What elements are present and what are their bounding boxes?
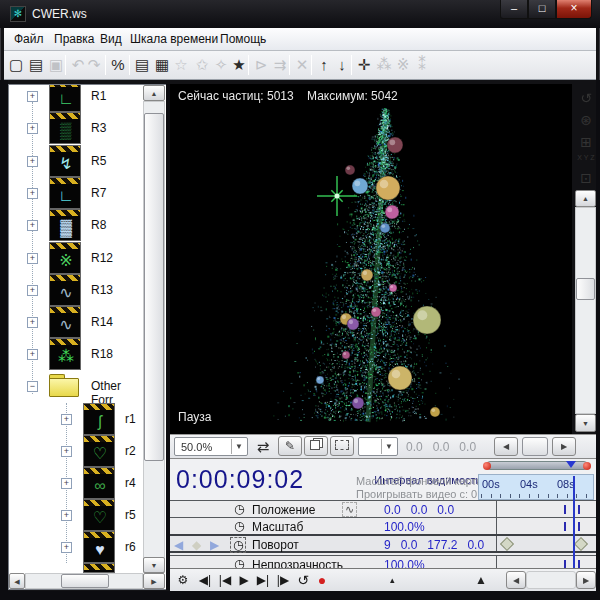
first-frame-button[interactable]: |◀: [216, 572, 234, 589]
grid-icon[interactable]: ⊞: [575, 132, 597, 152]
viewport-scroll-left-button[interactable]: ◀: [494, 437, 518, 456]
expand-toggle[interactable]: +: [61, 446, 72, 457]
cycle-arrows-button[interactable]: ⇄: [252, 436, 274, 458]
expand-toggle[interactable]: +: [61, 478, 72, 489]
timeline-zoom-out-icon[interactable]: ▴: [390, 575, 395, 585]
range-start-handle[interactable]: [483, 462, 491, 470]
save-button[interactable]: ▣: [45, 54, 67, 76]
tree-scroll-right-button[interactable]: ▶: [143, 573, 165, 589]
star-filled-button[interactable]: ★: [228, 54, 250, 76]
hotkeys-button[interactable]: %: [107, 54, 129, 76]
stopwatch-icon[interactable]: ◷: [234, 519, 244, 533]
viewport-scroll-down-button[interactable]: ▼: [575, 414, 596, 432]
particle-thumbnail[interactable]: ∟: [49, 177, 81, 209]
gear-wheel-icon[interactable]: ⊛: [575, 110, 597, 130]
next-frame-button[interactable]: |▶: [274, 572, 292, 589]
collapse-toggle[interactable]: −: [27, 381, 38, 392]
keyframe-camera-icon[interactable]: ⊡: [575, 168, 597, 188]
move-mode-button[interactable]: ✛: [353, 54, 375, 76]
keyframe-diamond-icon[interactable]: ◆: [192, 538, 201, 552]
timeline-scroll-right-button[interactable]: ▶: [576, 571, 596, 589]
viewport-hscrollbar-thumb[interactable]: [522, 437, 548, 456]
export-flags-button[interactable]: ⇉: [269, 54, 291, 76]
keyframe-diamond[interactable]: [500, 537, 514, 551]
particle-thumbnail[interactable]: ※: [49, 242, 81, 274]
chevron-down-icon[interactable]: ▼: [381, 439, 396, 454]
expand-toggle[interactable]: +: [27, 285, 38, 296]
minimize-button[interactable]: –: [500, 0, 528, 19]
particle-thumbnail[interactable]: ♥: [83, 531, 115, 563]
folder-button[interactable]: ▤: [131, 54, 153, 76]
tree-scroll-up-button[interactable]: ▲: [143, 85, 165, 101]
playhead-marker-icon[interactable]: [566, 461, 576, 468]
expand-toggle[interactable]: +: [61, 542, 72, 553]
move-down-button[interactable]: ↓: [331, 54, 353, 76]
keyframe-diamond[interactable]: [574, 537, 588, 551]
expand-toggle[interactable]: +: [27, 317, 38, 328]
particle-thumbnail[interactable]: ʃ: [83, 403, 115, 435]
keyframe-mark[interactable]: [564, 522, 566, 531]
orbit-camera-icon[interactable]: ↺: [575, 88, 597, 108]
timeline-row-position[interactable]: ◷ Положение ∿ 0.0 0.0 0.0: [170, 500, 596, 517]
particle-thumbnail[interactable]: ▓: [49, 209, 81, 241]
curve-icon[interactable]: ∿: [342, 502, 357, 517]
prev-keyframe-arrow[interactable]: ◀: [174, 538, 183, 552]
expand-toggle[interactable]: +: [27, 253, 38, 264]
time-ruler[interactable]: 00s 04s 08s: [478, 474, 594, 500]
menu-timeline[interactable]: Шкала времени: [130, 32, 218, 46]
close-button[interactable]: ×: [556, 0, 592, 19]
prev-frame-button[interactable]: ◀|: [196, 572, 214, 589]
expand-toggle[interactable]: +: [61, 414, 72, 425]
preset-select[interactable]: ▼: [358, 437, 398, 456]
expand-toggle[interactable]: +: [27, 188, 38, 199]
play-button[interactable]: ▶: [236, 572, 252, 589]
viewport-scrollbar-thumb[interactable]: [576, 278, 595, 300]
chevron-down-icon[interactable]: ▼: [231, 439, 246, 454]
motion-path-button[interactable]: ✎: [278, 436, 302, 456]
expand-toggle[interactable]: +: [27, 349, 38, 360]
next-keyframe-arrow[interactable]: ▶: [210, 538, 219, 552]
selection-rect-button[interactable]: [330, 436, 354, 456]
expand-toggle[interactable]: +: [27, 156, 38, 167]
tree-scrollbar-thumb[interactable]: [144, 113, 164, 461]
keyframe-mark[interactable]: [564, 505, 566, 514]
particle-thumbnail[interactable]: ∟: [49, 84, 81, 112]
menu-file[interactable]: Файл: [14, 32, 44, 46]
panel-splitter[interactable]: [166, 84, 170, 590]
open-file-button[interactable]: ▤: [25, 54, 47, 76]
playhead-line[interactable]: [573, 476, 575, 568]
tree-scrollbar-thumb[interactable]: [61, 574, 109, 588]
layers-button[interactable]: [304, 436, 328, 456]
tree-scroll-left-button[interactable]: ◀: [9, 573, 25, 589]
timeline-zoom-in-icon[interactable]: ▲: [475, 573, 487, 587]
viewport-scroll-up-button[interactable]: ▲: [575, 190, 596, 207]
viewport-scroll-right-button[interactable]: ▶: [552, 437, 576, 456]
particle-thumbnail[interactable]: ⁂: [49, 338, 81, 370]
particle-thumbnail[interactable]: ∿: [49, 306, 81, 338]
expand-toggle[interactable]: +: [61, 510, 72, 521]
timeline-horizontal-scrollbar[interactable]: [526, 571, 576, 589]
particle-thumbnail[interactable]: ▒: [49, 112, 81, 144]
node-unlink-button[interactable]: ⁑: [411, 54, 433, 76]
tree-scroll-down-button[interactable]: ▼: [143, 557, 165, 573]
maximize-button[interactable]: □: [528, 0, 556, 19]
timeline-row-scale[interactable]: ◷ Масштаб 100.0%: [170, 517, 596, 534]
keyframe-mark[interactable]: [578, 505, 580, 514]
record-button[interactable]: ●: [314, 572, 330, 589]
particle-thumbnail[interactable]: ♡: [83, 499, 115, 531]
viewport-vertical-scrollbar[interactable]: [575, 207, 596, 414]
particle-thumbnail[interactable]: ♡: [83, 435, 115, 467]
menu-help[interactable]: Помощь: [220, 32, 266, 46]
timeline-row-rotation[interactable]: ◀ ◆ ▶ ◷ Поворот 9 0.0 177.2 0.0: [170, 534, 596, 553]
timeline-scroll-left-button[interactable]: ◀: [506, 571, 526, 589]
stopwatch-icon[interactable]: ◷: [234, 502, 244, 516]
particle-thumbnail[interactable]: ∞: [83, 467, 115, 499]
new-file-button[interactable]: ▢: [5, 54, 27, 76]
delete-button[interactable]: ✕: [291, 54, 313, 76]
particle-thumbnail[interactable]: ↯: [49, 145, 81, 177]
expand-toggle[interactable]: +: [27, 220, 38, 231]
menu-view[interactable]: Вид: [100, 32, 122, 46]
keyframe-mark[interactable]: [578, 522, 580, 531]
expand-toggle[interactable]: +: [27, 123, 38, 134]
preview-viewport[interactable]: Сейчас частиц: 5013 Максимум: 5042 Пауза: [170, 84, 572, 434]
